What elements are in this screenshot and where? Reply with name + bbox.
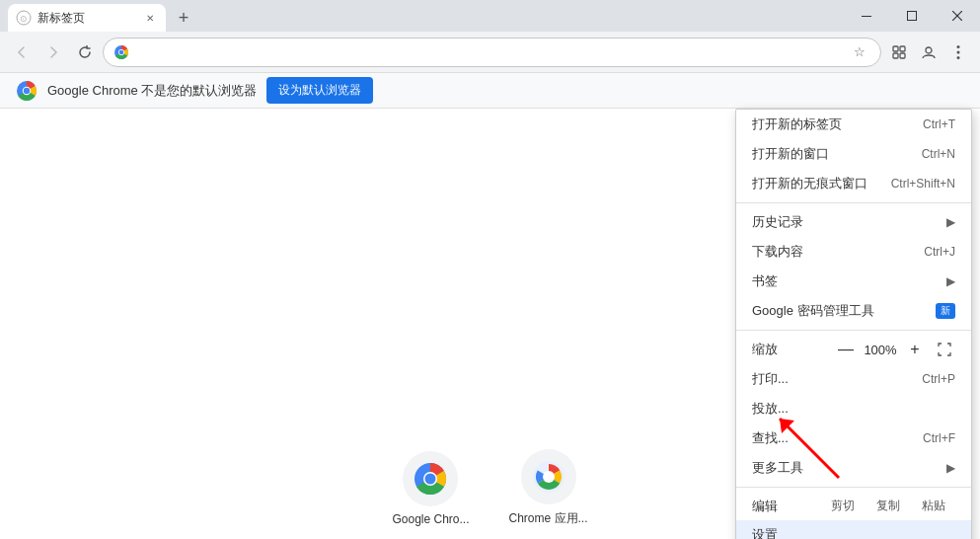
title-bar: ⊙ 新标签页 ✕ + [0,0,980,32]
menu-cast-label: 投放... [752,400,955,418]
svg-rect-2 [862,16,871,17]
zoom-control: — 100% + [835,339,955,360]
menu-button[interactable] [944,38,972,66]
cut-button[interactable]: 剪切 [821,496,865,516]
content-area: Google Chrome 不是您的默认浏览器 设为默认浏览器 Google C… [0,73,980,539]
menu-bookmarks[interactable]: 书签 ▶ [736,267,971,296]
bookmark-star-icon[interactable]: ☆ [849,41,870,63]
toolbar: ☆ [0,32,980,73]
menu-more-tools-label: 更多工具 [752,459,939,477]
paste-button[interactable]: 粘贴 [912,496,955,516]
chrome-apps-icon[interactable]: Chrome 应用... [509,449,588,527]
tab-title: 新标签页 [38,10,138,27]
menu-bookmarks-label: 书签 [752,272,939,290]
svg-point-13 [926,47,932,53]
menu-settings-label: 设置 [752,526,955,539]
svg-point-24 [543,471,555,483]
menu-new-tab[interactable]: 打开新的标签页 Ctrl+T [736,110,971,139]
address-bar[interactable]: ☆ [103,38,881,67]
menu-history-label: 历史记录 [752,213,939,231]
address-icons: ☆ [849,41,870,63]
tab-strip: ⊙ 新标签页 ✕ + [0,0,197,32]
menu-cast[interactable]: 投放... [736,394,971,424]
profile-button[interactable] [915,38,942,66]
chrome-app-label: Google Chro... [392,512,469,526]
back-button[interactable] [8,38,36,66]
forward-button[interactable] [39,38,67,66]
menu-find-label: 查找... [752,429,907,447]
address-input[interactable] [135,44,843,59]
menu-print-shortcut: Ctrl+P [922,372,955,386]
svg-rect-12 [900,53,905,58]
menu-downloads[interactable]: 下载内容 Ctrl+J [736,237,971,267]
menu-edit-row: 编辑 剪切 复制 粘贴 [736,492,971,520]
svg-point-19 [24,87,30,93]
svg-point-8 [119,49,124,54]
menu-divider-2 [736,330,971,331]
chrome-icon-circle [403,451,458,506]
zoom-plus-button[interactable]: + [904,339,926,360]
extensions-button[interactable] [885,38,913,66]
menu-divider-3 [736,487,971,488]
svg-text:⊙: ⊙ [20,14,28,24]
menu-settings[interactable]: 设置 [736,520,971,539]
menu-zoom-row: 缩放 — 100% + [736,335,971,364]
menu-find[interactable]: 查找... Ctrl+F [736,424,971,453]
zoom-minus-button[interactable]: — [835,339,857,360]
menu-new-tab-shortcut: Ctrl+T [923,117,955,131]
edit-actions: 剪切 复制 粘贴 [821,496,955,516]
chrome-apps-label: Chrome 应用... [509,510,588,527]
toolbar-right [885,38,972,66]
zoom-value: 100% [861,343,900,357]
menu-more-tools[interactable]: 更多工具 ▶ [736,453,971,483]
maximize-button[interactable] [889,0,935,32]
svg-rect-9 [893,46,898,51]
svg-rect-3 [908,12,917,21]
menu-new-tab-label: 打开新的标签页 [752,116,907,133]
passwords-badge: 新 [936,303,955,319]
menu-new-window-label: 打开新的窗口 [752,145,906,163]
svg-point-16 [957,56,960,59]
set-default-button[interactable]: 设为默认浏览器 [266,77,373,104]
menu-history[interactable]: 历史记录 ▶ [736,207,971,237]
menu-incognito[interactable]: 打开新的无痕式窗口 Ctrl+Shift+N [736,169,971,198]
menu-incognito-shortcut: Ctrl+Shift+N [891,177,955,191]
menu-find-shortcut: Ctrl+F [923,431,955,445]
copy-button[interactable]: 复制 [867,496,910,516]
menu-divider-1 [736,202,971,203]
zoom-label: 缩放 [752,341,835,358]
info-message: Google Chrome 不是您的默认浏览器 [47,82,257,100]
menu-passwords-label: Google 密码管理工具 [752,302,930,320]
minimize-button[interactable] [844,0,889,32]
menu-downloads-shortcut: Ctrl+J [924,245,955,259]
menu-print[interactable]: 打印... Ctrl+P [736,364,971,394]
svg-point-15 [957,50,960,53]
menu-downloads-label: 下载内容 [752,243,908,261]
context-menu: 打开新的标签页 Ctrl+T 打开新的窗口 Ctrl+N 打开新的无痕式窗口 C… [735,109,972,539]
chrome-logo [16,80,38,102]
tab-close-button[interactable]: ✕ [142,10,158,26]
menu-passwords[interactable]: Google 密码管理工具 新 [736,296,971,326]
menu-history-arrow: ▶ [946,215,955,229]
app-icons-row: Google Chro... Chrome 应用... [392,449,587,527]
edit-label: 编辑 [752,498,821,515]
svg-point-22 [425,473,436,484]
svg-rect-10 [900,46,905,51]
menu-more-tools-arrow: ▶ [946,461,955,475]
active-tab[interactable]: ⊙ 新标签页 ✕ [8,4,166,32]
address-favicon [113,44,129,60]
info-bar: Google Chrome 不是您的默认浏览器 设为默认浏览器 [0,73,980,109]
chrome-app-icon[interactable]: Google Chro... [392,451,469,526]
menu-bookmarks-arrow: ▶ [946,274,955,288]
zoom-fullscreen-button[interactable] [934,339,955,360]
tab-favicon: ⊙ [16,10,32,26]
close-button[interactable] [935,0,980,32]
svg-rect-11 [893,53,898,58]
window-controls [844,0,980,32]
svg-point-14 [957,45,960,48]
menu-incognito-label: 打开新的无痕式窗口 [752,175,875,192]
new-tab-button[interactable]: + [170,4,197,32]
chrome-apps-icon-circle [521,449,576,504]
reload-button[interactable] [71,38,99,66]
menu-new-window[interactable]: 打开新的窗口 Ctrl+N [736,139,971,169]
